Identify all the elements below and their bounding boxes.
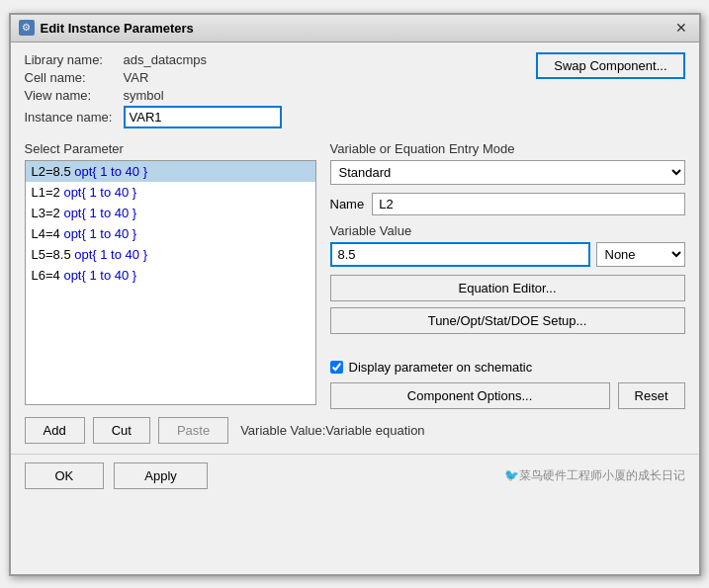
bottom-buttons-row: Add Cut Paste Variable Value:Variable eq… — [25, 417, 685, 444]
display-checkbox-row: Display parameter on schematic — [330, 360, 685, 375]
display-checkbox-label: Display parameter on schematic — [349, 360, 533, 375]
title-bar-left: ⚙ Edit Instance Parameters — [19, 20, 194, 36]
select-parameter-label: Select Parameter — [25, 141, 316, 156]
name-field-label: Name — [330, 197, 365, 211]
add-button[interactable]: Add — [25, 417, 85, 444]
var-value-section-label: Variable Value — [330, 223, 685, 238]
name-input[interactable] — [372, 193, 684, 215]
cell-line: Cell name: VAR — [25, 70, 527, 85]
footer-buttons: OK Apply 🐦菜鸟硬件工程师小厦的成长日记 — [11, 454, 699, 497]
watermark-text: 🐦菜鸟硬件工程师小厦的成长日记 — [218, 467, 685, 484]
param-item-l4[interactable]: L4=4 opt{ 1 to 40 } — [26, 223, 315, 244]
entry-mode-dropdown[interactable]: Standard Equation — [330, 160, 685, 185]
library-label: Library name: — [25, 52, 124, 67]
entry-mode-section-label: Variable or Equation Entry Mode — [330, 141, 685, 156]
dialog-title: Edit Instance Parameters — [41, 21, 194, 36]
cell-value: VAR — [124, 70, 149, 85]
none-dropdown[interactable]: None — [596, 242, 685, 267]
swap-component-button[interactable]: Swap Component... — [536, 52, 684, 79]
edit-instance-dialog: ⚙ Edit Instance Parameters ✕ Library nam… — [9, 13, 701, 576]
param-list[interactable]: L2=8.5 opt{ 1 to 40 } L1=2 opt{ 1 to 40 … — [25, 160, 316, 405]
component-options-row: Component Options... Reset — [330, 382, 685, 409]
header-right: Swap Component... — [536, 52, 684, 79]
var-value-row: None — [330, 242, 685, 267]
ok-button[interactable]: OK — [25, 462, 105, 489]
param-item-l3[interactable]: L3=2 opt{ 1 to 40 } — [26, 203, 315, 223]
main-section: Select Parameter L2=8.5 opt{ 1 to 40 } L… — [25, 141, 685, 409]
right-panel: Variable or Equation Entry Mode Standard… — [330, 141, 685, 409]
param-list-container: L2=8.5 opt{ 1 to 40 } L1=2 opt{ 1 to 40 … — [25, 160, 316, 405]
cut-button[interactable]: Cut — [93, 417, 150, 444]
apply-button[interactable]: Apply — [114, 462, 208, 489]
header-left: Library name: ads_datacmps Cell name: VA… — [25, 52, 527, 131]
equation-editor-button[interactable]: Equation Editor... — [330, 275, 685, 301]
instance-line: Instance name: — [25, 106, 527, 128]
view-label: View name: — [25, 88, 124, 103]
paste-button: Paste — [158, 417, 228, 444]
param-item-l1[interactable]: L1=2 opt{ 1 to 40 } — [26, 182, 315, 203]
library-line: Library name: ads_datacmps — [25, 52, 527, 67]
reset-button[interactable]: Reset — [618, 382, 685, 409]
title-bar: ⚙ Edit Instance Parameters ✕ — [11, 15, 699, 42]
param-item-l5[interactable]: L5=8.5 opt{ 1 to 40 } — [26, 244, 315, 265]
spacer — [330, 340, 685, 360]
close-button[interactable]: ✕ — [671, 18, 691, 38]
cell-label: Cell name: — [25, 70, 124, 85]
component-options-button[interactable]: Component Options... — [330, 382, 610, 409]
view-line: View name: symbol — [25, 88, 527, 103]
display-checkbox[interactable] — [330, 361, 343, 374]
param-item-l6[interactable]: L6=4 opt{ 1 to 40 } — [26, 265, 315, 286]
header-area: Library name: ads_datacmps Cell name: VA… — [25, 52, 685, 131]
name-row: Name — [330, 193, 685, 215]
instance-label: Instance name: — [25, 110, 124, 125]
dialog-icon: ⚙ — [19, 20, 35, 36]
var-value-input[interactable] — [330, 242, 590, 267]
instance-name-input[interactable] — [124, 106, 282, 128]
tune-opt-button[interactable]: Tune/Opt/Stat/DOE Setup... — [330, 307, 685, 334]
library-value: ads_datacmps — [124, 52, 208, 67]
status-text: Variable Value:Variable equation — [240, 423, 424, 438]
left-panel: Select Parameter L2=8.5 opt{ 1 to 40 } L… — [25, 141, 316, 409]
param-item-l2[interactable]: L2=8.5 opt{ 1 to 40 } — [26, 161, 315, 182]
dialog-body: Library name: ads_datacmps Cell name: VA… — [11, 42, 699, 454]
view-value: symbol — [124, 88, 164, 103]
